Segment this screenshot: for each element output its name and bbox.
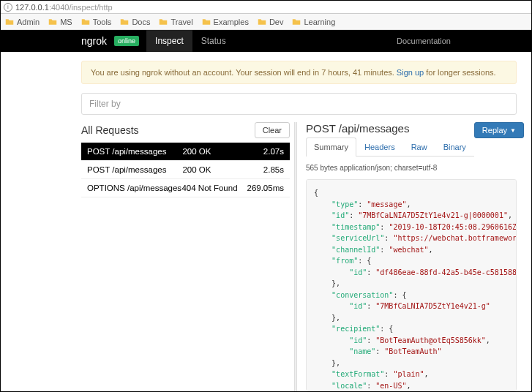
bookmark-examples[interactable]: Examples — [202, 18, 249, 26]
request-row[interactable]: POST /api/messages200 OK2.07s — [81, 143, 290, 161]
split-handle[interactable] — [294, 122, 297, 391]
tab-binary[interactable]: Binary — [435, 137, 474, 156]
bookmark-admin[interactable]: Admin — [5, 18, 40, 26]
requests-title: All Requests — [81, 124, 139, 136]
brand: ngrok — [81, 35, 107, 47]
bookmark-tools[interactable]: Tools — [81, 18, 112, 26]
response-meta: 565 bytes application/json; charset=utf-… — [306, 164, 517, 172]
nav-inspect[interactable]: Inspect — [146, 30, 192, 52]
tab-summary[interactable]: Summary — [306, 137, 356, 157]
clear-button[interactable]: Clear — [255, 122, 290, 138]
session-alert: You are using ngrok without an account. … — [81, 61, 517, 84]
chevron-down-icon: ▼ — [510, 127, 516, 134]
status-badge: online — [114, 36, 139, 46]
site-info-icon[interactable]: i — [4, 3, 12, 12]
bookmark-docs[interactable]: Docs — [120, 18, 150, 26]
signup-link[interactable]: Sign up — [397, 68, 424, 77]
request-row[interactable]: OPTIONS /api/messages404 Not Found269.05… — [81, 179, 290, 197]
request-row[interactable]: POST /api/messages200 OK2.85s — [81, 161, 290, 179]
tab-headers[interactable]: Headers — [356, 137, 403, 156]
address-url: 127.0.0.1:4040/inspect/http — [15, 3, 113, 12]
bookmark-learning[interactable]: Learning — [292, 18, 335, 26]
nav-status[interactable]: Status — [192, 30, 235, 52]
bookmark-ms[interactable]: MS — [48, 18, 72, 26]
bookmark-dev[interactable]: Dev — [258, 18, 284, 26]
detail-title: POST /api/messages — [306, 122, 474, 135]
filter-input[interactable]: Filter by — [81, 93, 517, 115]
response-body: { "type": "message", "id": "7MBfCaLNIA7D… — [306, 179, 517, 391]
replay-button[interactable]: Replay▼ — [474, 122, 524, 138]
tab-raw[interactable]: Raw — [403, 137, 435, 156]
documentation-link[interactable]: Documentation — [397, 37, 451, 45]
bookmark-travel[interactable]: Travel — [159, 18, 192, 26]
